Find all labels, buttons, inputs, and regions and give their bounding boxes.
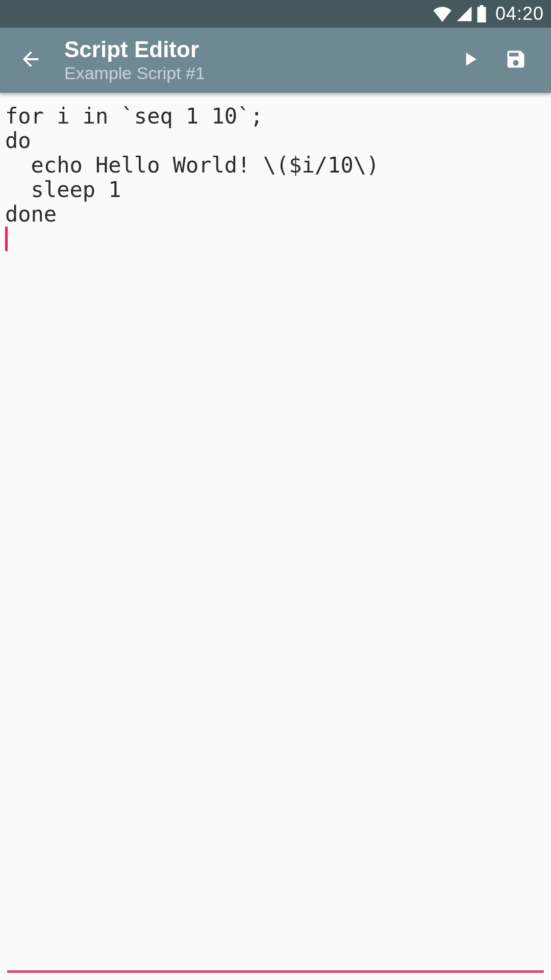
script-editor-input[interactable] — [5, 104, 546, 980]
app-bar: Script Editor Example Script #1 — [0, 28, 551, 93]
page-subtitle: Example Script #1 — [64, 63, 447, 83]
status-clock: 04:20 — [495, 3, 544, 24]
play-icon — [459, 48, 481, 72]
battery-icon — [476, 5, 487, 22]
page-title: Script Editor — [64, 37, 447, 62]
save-icon — [505, 48, 527, 72]
save-button[interactable] — [493, 37, 539, 83]
app-bar-titles: Script Editor Example Script #1 — [64, 37, 447, 83]
back-button[interactable] — [12, 42, 49, 79]
cell-signal-icon — [456, 6, 473, 22]
arrow-back-icon — [19, 47, 42, 73]
wifi-icon — [432, 6, 453, 22]
status-bar: 04:20 — [0, 0, 551, 28]
status-icons: 04:20 — [432, 3, 544, 24]
editor-container — [0, 93, 551, 980]
run-button[interactable] — [447, 37, 493, 83]
editor-underline — [7, 970, 544, 973]
